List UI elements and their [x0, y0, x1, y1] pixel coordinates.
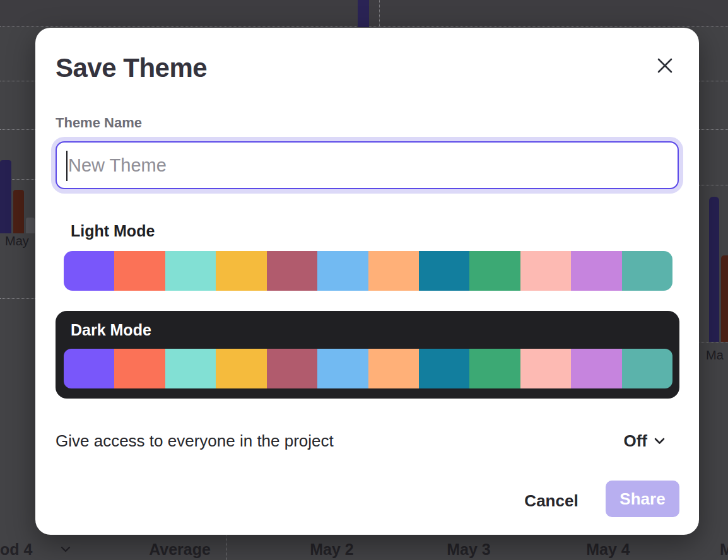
- color-swatch: [216, 251, 266, 291]
- chevron-down-icon: [61, 546, 71, 553]
- background-axis-label: May: [5, 234, 29, 248]
- background-bar: [709, 197, 719, 342]
- color-swatch: [571, 349, 621, 388]
- color-swatch: [64, 251, 114, 291]
- gridline: [0, 298, 35, 299]
- dark-mode-heading: Dark Mode: [71, 321, 151, 339]
- color-swatch: [368, 349, 419, 388]
- access-row: Give access to everyone in the project O…: [56, 428, 665, 454]
- text-cursor: [66, 151, 68, 181]
- gridline: [697, 342, 728, 342]
- color-swatch: [520, 349, 571, 388]
- axis-label: May 3: [431, 540, 507, 559]
- chart-divider-line: [226, 532, 226, 560]
- gridline: [0, 81, 35, 81]
- axis-label: M: [720, 540, 728, 559]
- color-swatch: [419, 349, 469, 388]
- close-icon: [657, 57, 673, 74]
- share-button[interactable]: Share: [606, 481, 679, 517]
- theme-name-input[interactable]: [56, 141, 679, 189]
- background-bar: [721, 255, 728, 342]
- color-swatch: [520, 251, 571, 291]
- color-swatch: [571, 251, 621, 291]
- save-theme-dialog: Save Theme Theme Name Light Mode Dark Mo…: [35, 28, 699, 535]
- close-button[interactable]: [651, 52, 679, 79]
- color-swatch: [114, 251, 165, 291]
- color-swatch: [165, 349, 216, 388]
- dark-mode-palette: [64, 349, 672, 388]
- color-swatch: [165, 251, 216, 291]
- light-mode-palette: [64, 251, 672, 291]
- dark-mode-panel: Dark Mode: [56, 311, 679, 399]
- color-swatch: [368, 251, 419, 291]
- access-label: Give access to everyone in the project: [56, 431, 334, 451]
- background-axis-label: Ma: [706, 348, 724, 363]
- color-swatch: [317, 251, 368, 291]
- color-swatch: [469, 251, 520, 291]
- chart-divider-line: [379, 0, 380, 27]
- color-swatch: [419, 251, 469, 291]
- cancel-button[interactable]: Cancel: [516, 488, 587, 513]
- color-swatch: [622, 349, 672, 388]
- light-mode-heading: Light Mode: [71, 222, 155, 240]
- color-swatch: [317, 349, 368, 388]
- theme-name-field-wrapper: [56, 141, 679, 189]
- gridline: [699, 185, 728, 185]
- color-swatch: [622, 251, 672, 291]
- background-bar: [13, 190, 24, 233]
- axis-label: May 2: [294, 540, 370, 559]
- gridline: [699, 81, 728, 81]
- background-bar: [0, 160, 11, 233]
- color-swatch: [114, 349, 165, 388]
- gridline: [0, 129, 35, 130]
- color-swatch: [267, 349, 317, 388]
- axis-label: May 4: [570, 540, 646, 559]
- dialog-title: Save Theme: [56, 53, 207, 83]
- color-swatch: [64, 349, 114, 388]
- color-swatch: [469, 349, 520, 388]
- access-dropdown-value: Off: [623, 431, 647, 451]
- color-swatch: [216, 349, 266, 388]
- theme-name-label: Theme Name: [56, 115, 142, 131]
- period-dropdown-label: od 4: [0, 540, 44, 559]
- gridline: [699, 129, 728, 130]
- background-bar: [26, 218, 35, 233]
- chevron-down-icon: [654, 438, 665, 445]
- axis-label: Average: [142, 540, 218, 559]
- color-swatch: [267, 251, 317, 291]
- access-dropdown[interactable]: Off: [623, 431, 665, 451]
- background-bar: [358, 0, 369, 27]
